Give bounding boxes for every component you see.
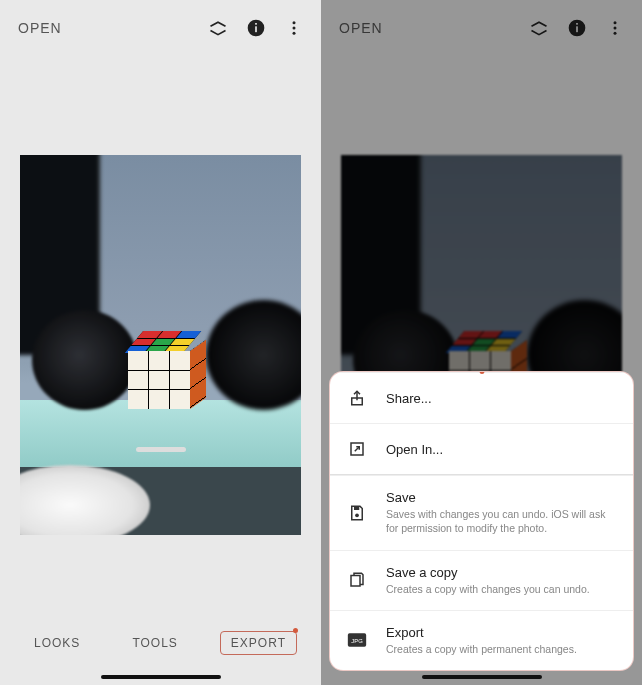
sheet-item-subtitle: Saves with changes you can undo. iOS wil…: [386, 507, 617, 535]
sheet-item-label: Save: [386, 490, 617, 505]
open-in-icon: [346, 438, 368, 460]
sheet-item-label: Open In...: [386, 442, 617, 457]
bottom-tabbar: LOOKS TOOLS EXPORT: [0, 623, 321, 663]
svg-text:JPG: JPG: [351, 638, 363, 644]
sheet-item-subtitle: Creates a copy with changes you can undo…: [386, 582, 617, 596]
home-indicator: [422, 675, 542, 679]
layers-icon[interactable]: [207, 17, 229, 39]
info-icon[interactable]: [245, 17, 267, 39]
jpg-icon: JPG: [346, 629, 368, 651]
open-button[interactable]: OPEN: [18, 20, 62, 36]
top-icons-group: [207, 17, 305, 39]
more-icon[interactable]: [283, 17, 305, 39]
svg-rect-2: [255, 23, 257, 25]
sheet-item-save[interactable]: Save Saves with changes you can undo. iO…: [330, 475, 633, 549]
sheet-item-open-in[interactable]: Open In...: [330, 423, 633, 474]
top-toolbar: OPEN: [0, 0, 321, 56]
sheet-item-label: Share...: [386, 391, 617, 406]
sheet-item-label: Export: [386, 625, 617, 640]
tab-export[interactable]: EXPORT: [220, 631, 297, 655]
tab-tools[interactable]: TOOLS: [122, 632, 187, 654]
sheet-item-subtitle: Creates a copy with permanent changes.: [386, 642, 617, 656]
sheet-item-share[interactable]: Share...: [330, 372, 633, 423]
svg-point-3: [293, 21, 296, 24]
save-copy-icon: [346, 569, 368, 591]
sheet-item-label: Save a copy: [386, 565, 617, 580]
svg-point-15: [355, 513, 359, 517]
share-icon: [346, 387, 368, 409]
save-icon: [346, 502, 368, 524]
screen-export-sheet: OPEN: [321, 0, 642, 685]
image-canvas[interactable]: [20, 155, 301, 535]
sheet-item-save-copy[interactable]: Save a copy Creates a copy with changes …: [330, 550, 633, 610]
svg-rect-1: [255, 26, 257, 32]
tab-looks[interactable]: LOOKS: [24, 632, 90, 654]
home-indicator: [101, 675, 221, 679]
sheet-item-export[interactable]: JPG Export Creates a copy with permanent…: [330, 610, 633, 670]
svg-point-5: [293, 32, 296, 35]
screen-main-editor: OPEN: [0, 0, 321, 685]
svg-point-4: [293, 27, 296, 30]
svg-rect-14: [354, 506, 359, 510]
svg-rect-16: [351, 576, 360, 587]
export-bottom-sheet: Share... Open In... Save Saves with chan…: [329, 371, 634, 671]
